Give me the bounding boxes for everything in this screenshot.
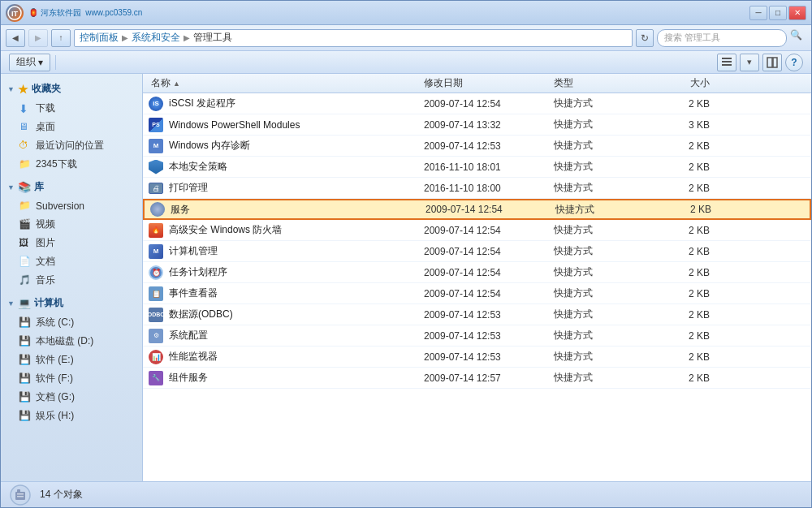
file-size: 2 KB — [651, 161, 716, 173]
path-system-security[interactable]: 系统和安全 — [132, 31, 180, 45]
col-name-header[interactable]: 名称 ▲ — [148, 76, 424, 90]
file-list-area: 名称 ▲ 修改日期 类型 大小 iS iSCSI 发起程序 2009-07-14… — [143, 74, 811, 481]
subversion-label: Subversion — [36, 200, 84, 212]
file-icon: 🖨 — [148, 180, 164, 196]
sidebar-item-music[interactable]: 🎵 音乐 — [1, 271, 142, 290]
file-name-cell: 📊 性能监视器 — [148, 349, 424, 365]
file-size: 2 KB — [651, 288, 716, 299]
main-content: ▼ ★ 收藏夹 ⬇ 下载 🖥 桌面 ⏱ 最近访问的位置 📁 — [1, 74, 811, 481]
table-row[interactable]: M Windows 内存诊断 2009-07-14 12:53 快捷方式 2 K… — [143, 136, 811, 157]
path-control-panel[interactable]: 控制面板 — [80, 31, 119, 45]
file-name-cell: ODBC 数据源(ODBC) — [148, 307, 424, 323]
svg-text:IT: IT — [11, 10, 19, 18]
sidebar-item-h-drive[interactable]: 💾 娱乐 (H:) — [1, 407, 142, 425]
table-row[interactable]: 📊 性能监视器 2009-07-14 12:53 快捷方式 2 KB — [143, 347, 811, 368]
g-drive-label: 文档 (G:) — [36, 390, 75, 404]
sidebar-item-video[interactable]: 🎬 视频 — [1, 215, 142, 234]
search-box[interactable]: 搜索 管理工具 — [657, 29, 787, 47]
sidebar-libraries-section: ▼ 📚 库 📁 Subversion 🎬 视频 🖼 图片 📄 — [1, 177, 142, 290]
table-row[interactable]: 服务 2009-07-14 12:54 快捷方式 2 KB — [143, 199, 811, 220]
table-row[interactable]: ODBC 数据源(ODBC) 2009-07-14 12:53 快捷方式 2 K… — [143, 304, 811, 325]
file-size: 2 KB — [651, 330, 716, 342]
view-dropdown-button[interactable]: ▾ — [740, 54, 759, 71]
col-type-header[interactable]: 类型 — [554, 76, 651, 90]
toolbar-separator — [55, 55, 56, 70]
table-row[interactable]: 🖨 打印管理 2016-11-10 18:00 快捷方式 2 KB — [143, 178, 811, 199]
recent-label: 最近访问的位置 — [36, 139, 104, 153]
table-row[interactable]: 本地安全策略 2016-11-10 18:01 快捷方式 2 KB — [143, 157, 811, 178]
table-row[interactable]: 🔥 高级安全 Windows 防火墙 2009-07-14 12:54 快捷方式… — [143, 220, 811, 241]
brand-text: 🏮 河东软件园 www.pc0359.cn — [28, 7, 142, 19]
table-row[interactable]: ⏰ 任务计划程序 2009-07-14 12:54 快捷方式 2 KB — [143, 262, 811, 283]
minimize-button[interactable]: ─ — [749, 6, 767, 20]
sidebar-item-recent[interactable]: ⏱ 最近访问的位置 — [1, 136, 142, 155]
svg-rect-9 — [17, 489, 20, 493]
sidebar-item-desktop[interactable]: 🖥 桌面 — [1, 118, 142, 136]
file-date: 2009-07-14 12:57 — [424, 372, 554, 384]
sidebar-item-g-drive[interactable]: 💾 文档 (G:) — [1, 388, 142, 407]
table-row[interactable]: 📋 事件查看器 2009-07-14 12:54 快捷方式 2 KB — [143, 283, 811, 304]
search-button[interactable]: 🔍 — [790, 29, 806, 47]
sidebar-item-subversion[interactable]: 📁 Subversion — [1, 197, 142, 215]
file-name-cell: iS iSCSI 发起程序 — [148, 96, 424, 112]
refresh-button[interactable]: ↻ — [636, 29, 654, 47]
address-bar: ◀ ▶ ↑ 控制面板 ▶ 系统和安全 ▶ 管理工具 ↻ 搜索 管理工具 🔍 — [1, 25, 811, 51]
preview-pane-button[interactable] — [762, 54, 782, 71]
sidebar-item-2345downloads[interactable]: 📁 2345下载 — [1, 155, 142, 174]
status-icon — [9, 484, 32, 506]
file-icon: ⚙ — [148, 328, 164, 344]
table-row[interactable]: iS iSCSI 发起程序 2009-07-14 12:54 快捷方式 2 KB — [143, 93, 811, 114]
docs-icon: 📄 — [19, 256, 32, 269]
sidebar-item-e-drive[interactable]: 💾 软件 (E:) — [1, 351, 142, 369]
table-row[interactable]: M 计算机管理 2009-07-14 12:54 快捷方式 2 KB — [143, 241, 811, 262]
sidebar-item-d-drive[interactable]: 💾 本地磁盘 (D:) — [1, 332, 142, 351]
sidebar-item-downloads[interactable]: ⬇ 下载 — [1, 99, 142, 118]
computer-arrow: ▼ — [7, 299, 15, 308]
sidebar-item-f-drive[interactable]: 💾 软件 (F:) — [1, 369, 142, 388]
sidebar: ▼ ★ 收藏夹 ⬇ 下载 🖥 桌面 ⏱ 最近访问的位置 📁 — [1, 74, 143, 481]
file-icon: 🔥 — [148, 222, 164, 239]
table-row[interactable]: ⚙ 系统配置 2009-07-14 12:53 快捷方式 2 KB — [143, 325, 811, 347]
close-button[interactable]: ✕ — [788, 6, 806, 20]
favorites-label: 收藏夹 — [32, 82, 61, 96]
table-row[interactable]: PS Windows PowerShell Modules 2009-07-14… — [143, 114, 811, 136]
file-name-cell: 本地安全策略 — [148, 159, 424, 175]
up-button[interactable]: ↑ — [51, 29, 71, 47]
sidebar-item-docs[interactable]: 📄 文档 — [1, 252, 142, 271]
sidebar-item-c-drive[interactable]: 💾 系统 (C:) — [1, 313, 142, 332]
table-row[interactable]: 🔧 组件服务 2009-07-14 12:57 快捷方式 2 KB — [143, 368, 811, 389]
file-type: 快捷方式 — [554, 139, 651, 153]
forward-button[interactable]: ▶ — [28, 29, 48, 47]
pictures-icon: 🖼 — [19, 237, 32, 250]
favorites-star-icon: ★ — [18, 83, 28, 96]
organize-button[interactable]: 组织 ▾ — [9, 54, 50, 71]
svg-rect-3 — [722, 61, 732, 62]
file-name-cell: 🔧 组件服务 — [148, 370, 424, 386]
file-type: 快捷方式 — [554, 371, 651, 385]
sidebar-libraries-header[interactable]: ▼ 📚 库 — [1, 177, 142, 197]
file-name-cell: ⏰ 任务计划程序 — [148, 265, 424, 281]
libraries-arrow: ▼ — [7, 183, 15, 192]
docs-label: 文档 — [36, 255, 55, 269]
file-name: 打印管理 — [169, 181, 208, 195]
col-date-header[interactable]: 修改日期 — [424, 76, 554, 90]
address-path[interactable]: 控制面板 ▶ 系统和安全 ▶ 管理工具 — [74, 29, 633, 47]
c-drive-icon: 💾 — [19, 316, 32, 329]
sidebar-item-pictures[interactable]: 🖼 图片 — [1, 234, 142, 252]
file-name-cell: M Windows 内存诊断 — [148, 138, 424, 154]
file-date: 2009-07-14 12:54 — [424, 246, 554, 257]
back-button[interactable]: ◀ — [6, 29, 25, 47]
file-name-cell: ⚙ 系统配置 — [148, 328, 424, 344]
sidebar-favorites-header[interactable]: ▼ ★ 收藏夹 — [1, 79, 142, 99]
file-date: 2016-11-10 18:01 — [424, 161, 554, 173]
col-size-header[interactable]: 大小 — [651, 76, 716, 90]
organize-dropdown-arrow: ▾ — [38, 57, 43, 68]
view-details-button[interactable] — [717, 54, 736, 71]
maximize-button[interactable]: □ — [769, 6, 787, 20]
file-icon: ODBC — [148, 307, 164, 323]
h-drive-icon: 💾 — [19, 410, 32, 423]
file-name: 系统配置 — [169, 329, 208, 342]
file-date: 2009-07-14 12:53 — [424, 330, 554, 342]
help-button[interactable]: ? — [785, 54, 803, 71]
sidebar-computer-header[interactable]: ▼ 💻 计算机 — [1, 293, 142, 313]
